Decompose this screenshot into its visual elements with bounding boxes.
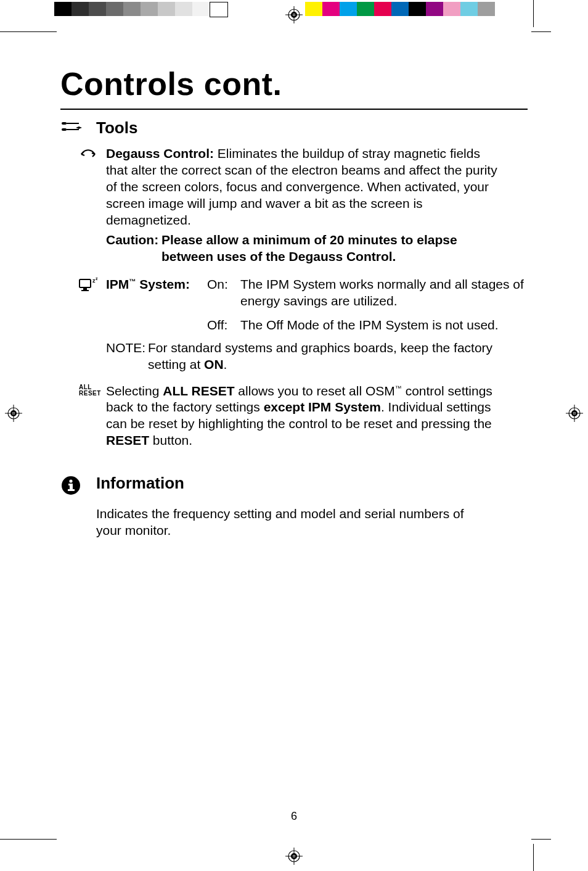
color-swatch [443, 2, 460, 16]
ipm-tm: ™ [129, 278, 136, 285]
crop-mark [533, 0, 534, 27]
svg-rect-26 [81, 290, 89, 291]
ar-text-1: Selecting [106, 384, 163, 398]
ar-bold-2: except IPM System [264, 400, 381, 414]
color-swatch [409, 2, 426, 16]
grayscale-swatch [192, 2, 210, 16]
page-number: 6 [291, 810, 297, 823]
ar-text-5: button. [149, 433, 192, 447]
content-area: Controls cont. Tools [60, 65, 528, 539]
ipm-off-label: Off: [207, 317, 238, 334]
ipm-item: z z IPM™ System: On: The IPM System work… [79, 276, 528, 373]
ar-bold-1: ALL RESET [163, 384, 234, 398]
tools-section-header: Tools [60, 118, 528, 138]
registration-mark-right [566, 405, 583, 422]
grayscale-swatch [123, 2, 141, 16]
grayscale-swatch [210, 2, 228, 17]
ar-tm: ™ [395, 384, 402, 392]
note-text: For standard systems and graphics boards… [148, 340, 528, 373]
crop-mark [0, 31, 57, 32]
ipm-grid: IPM™ System: On: The IPM System works no… [106, 276, 528, 334]
degauss-body: Degauss Control: Eliminates the buildup … [106, 146, 500, 265]
crop-mark [533, 844, 534, 871]
svg-point-30 [69, 479, 72, 482]
note-on: ON [204, 357, 224, 371]
page-title: Controls cont. [60, 65, 528, 102]
color-swatches [305, 2, 495, 16]
note-text-1: For standard systems and graphics boards… [148, 341, 492, 371]
all-reset-item: ALLRESET Selecting ALL RESET allows you … [79, 383, 528, 450]
registration-mark-top [285, 6, 303, 23]
note-label: NOTE: [106, 340, 148, 373]
crop-mark [531, 839, 551, 840]
color-swatch [305, 2, 322, 16]
ipm-label-suffix: System: [136, 277, 190, 291]
registration-mark-bottom [285, 848, 303, 865]
caution-label: Caution: [106, 232, 161, 265]
svg-rect-33 [68, 489, 75, 491]
information-section-header: Information [60, 474, 528, 498]
grayscale-swatch [175, 2, 192, 16]
ipm-label-prefix: IPM [106, 277, 129, 291]
color-swatch [340, 2, 357, 16]
color-swatch [357, 2, 374, 16]
svg-rect-21 [67, 123, 79, 124]
ar-text-2: allows you to reset all OSM [235, 384, 395, 398]
ipm-off-text: The Off Mode of the IPM System is not us… [240, 317, 528, 334]
crop-mark [531, 31, 551, 32]
grayscale-swatch [158, 2, 175, 16]
color-swatch [322, 2, 340, 16]
page: Controls cont. Tools [0, 0, 588, 871]
registration-mark-left [5, 405, 22, 422]
svg-rect-24 [80, 279, 91, 287]
degauss-icon [79, 146, 106, 163]
svg-rect-23 [67, 129, 79, 130]
color-swatch [426, 2, 443, 16]
svg-rect-22 [62, 128, 67, 131]
ipm-icon: z z [79, 276, 106, 295]
color-swatch [374, 2, 391, 16]
color-swatch [478, 2, 495, 16]
information-body: Indicates the frequency setting and mode… [96, 506, 478, 539]
ipm-on-label: On: [207, 276, 238, 310]
tools-icon [60, 118, 96, 138]
tools-heading: Tools [96, 118, 137, 138]
svg-rect-25 [83, 288, 87, 290]
ipm-note: NOTE: For standard systems and graphics … [106, 340, 528, 373]
grayscale-swatch [141, 2, 158, 16]
grayscale-swatch [89, 2, 106, 16]
all-reset-icon: ALLRESET [79, 383, 106, 397]
ipm-label: IPM™ System: [106, 276, 205, 310]
grayscale-swatches [54, 2, 228, 16]
svg-text:z: z [96, 278, 98, 281]
ar-bold-3: RESET [106, 433, 149, 447]
color-swatch [460, 2, 478, 16]
caution-text: Please allow a minimum of 20 minutes to … [161, 232, 500, 265]
color-swatch [391, 2, 409, 16]
grayscale-swatch [106, 2, 123, 16]
degauss-caution: Caution: Please allow a minimum of 20 mi… [106, 232, 500, 265]
grayscale-swatch [71, 2, 89, 16]
all-reset-body: Selecting ALL RESET allows you to reset … [106, 383, 507, 450]
crop-mark [0, 839, 57, 840]
information-heading: Information [96, 474, 184, 493]
svg-rect-20 [62, 122, 67, 125]
note-text-2: . [224, 357, 227, 371]
degauss-item: Degauss Control: Eliminates the buildup … [79, 146, 528, 265]
grayscale-swatch [54, 2, 71, 16]
information-icon [60, 474, 96, 498]
degauss-label: Degauss Control: [106, 146, 214, 160]
ipm-body: IPM™ System: On: The IPM System works no… [106, 276, 528, 373]
title-rule [60, 109, 528, 110]
ipm-on-text: The IPM System works normally and all st… [240, 276, 528, 310]
